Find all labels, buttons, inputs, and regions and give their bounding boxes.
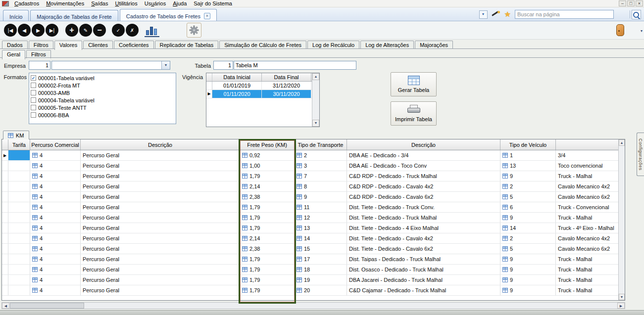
previous-record-button[interactable]: ◀ — [18, 24, 31, 37]
cell-tipo-de-veiculo[interactable]: 9 — [500, 285, 556, 295]
cell-frete-peso-km[interactable]: 1,79 — [240, 275, 295, 285]
formato-item[interactable]: 000006-BBA — [31, 111, 174, 119]
checkbox[interactable]: ✓ — [31, 75, 36, 81]
table-row[interactable]: 4 Percurso Geral 2,38 15 Dist. Tiete - D… — [2, 244, 625, 254]
cell-descricao[interactable]: Percurso Geral — [81, 213, 240, 223]
cell-tipo-de-transporte[interactable]: 3 — [295, 161, 347, 171]
cell-percurso-comercial[interactable]: 4 — [30, 192, 81, 202]
edit-record-button[interactable]: ✎ — [79, 24, 92, 37]
cell-data-final[interactable]: 31/12/2020 — [262, 82, 311, 90]
close-button[interactable]: × — [636, 0, 643, 6]
cell-descricao-transporte[interactable]: Dist. Tiete - Dedicado - Cavalo 4x2 — [347, 233, 500, 243]
tab-cadastro-de-tabelas-de-fretes[interactable]: Cadastro de Tabelas de Fretes × — [120, 9, 217, 21]
formato-item[interactable]: 000002-Frota MT — [31, 82, 174, 89]
cell-frete-peso-km[interactable]: 2,14 — [240, 181, 295, 191]
tab-clientes[interactable]: Clientes — [83, 41, 113, 49]
cell-descricao[interactable]: Percurso Geral — [81, 285, 240, 295]
star-icon[interactable]: ★ — [504, 10, 511, 18]
tab-coeficientes[interactable]: Coeficientes — [114, 41, 154, 49]
cell-descricao-transporte[interactable]: Dist. Tiete - Dedicado - 4 Eixo Malhal — [347, 223, 500, 233]
cell-percurso-comercial[interactable]: 4 — [30, 275, 81, 285]
cell-frete-peso-km[interactable]: 1,79 — [240, 223, 295, 233]
column-header-data-final[interactable]: Data Final — [262, 73, 311, 81]
delete-record-button[interactable]: − — [93, 24, 106, 37]
scroll-up-icon[interactable]: ▲ — [312, 73, 319, 80]
scroll-left-icon[interactable]: ◀ — [2, 303, 9, 309]
cell-percurso-comercial[interactable]: 4 — [30, 150, 81, 160]
cell-descricao-transporte[interactable]: DBA Jacarei - Dedicado - Truck Malhal — [347, 275, 500, 285]
cell-veiculo-descricao[interactable]: Truck - Malhal — [556, 285, 625, 295]
cell-veiculo-descricao[interactable]: Truck - Malhal — [556, 275, 625, 285]
tab-valores[interactable]: Valores — [54, 41, 82, 50]
cell-data-final[interactable]: 30/11/2020 — [262, 90, 311, 98]
cell-tipo-de-transporte[interactable]: 18 — [295, 265, 347, 274]
formato-item[interactable]: 000004-Tabela variável — [31, 96, 174, 104]
cell-tipo-de-transporte[interactable]: 13 — [295, 223, 347, 233]
cell-frete-peso-km[interactable]: 1,79 — [240, 213, 295, 223]
cell-veiculo-descricao[interactable]: Cavalo Mecanico 4x2 — [556, 233, 625, 243]
table-row[interactable]: 4 Percurso Geral 1,79 12 Dist. Tiete - D… — [2, 213, 625, 223]
cell-veiculo-descricao[interactable]: Truck - Malhal — [556, 171, 625, 181]
cell-descricao[interactable]: Percurso Geral — [81, 161, 240, 171]
cell-tipo-de-veiculo[interactable]: 5 — [500, 192, 556, 202]
cell-tipo-de-veiculo[interactable]: 13 — [500, 161, 556, 171]
cell-tarifa[interactable] — [8, 285, 30, 295]
tab-inicio[interactable]: Início — [3, 10, 29, 21]
cell-frete-peso-km[interactable]: 2,14 — [240, 233, 295, 243]
restore-button[interactable]: □ — [627, 0, 635, 6]
grid-horizontal-scrollbar[interactable]: ◀ ▶ — [1, 302, 625, 309]
column-header-tipo-de-transporte[interactable]: Tipo de Transporte — [295, 139, 347, 150]
cell-percurso-comercial[interactable]: 4 — [30, 181, 81, 191]
formato-item[interactable]: ✓ 000001-Tabela variável — [31, 74, 174, 82]
cell-tipo-de-veiculo[interactable]: 9 — [500, 265, 556, 274]
cell-tipo-de-transporte[interactable]: 2 — [295, 150, 347, 160]
cell-descricao-transporte[interactable]: Dist. Tiete - Dedicado - Truck Malhal — [347, 213, 500, 223]
toolbar-chevron-down-icon[interactable]: ▾ — [641, 29, 643, 33]
checkbox[interactable] — [31, 83, 36, 88]
cell-veiculo-descricao[interactable]: Cavalo Mecanico 6x2 — [556, 192, 625, 202]
imprimir-tabela-button[interactable]: Imprimir Tabela — [391, 101, 437, 126]
cell-percurso-comercial[interactable]: 4 — [30, 265, 81, 274]
tools-icon[interactable] — [492, 10, 500, 18]
tab-km[interactable]: KM — [3, 131, 29, 139]
empresa-field[interactable] — [29, 61, 50, 70]
empresa-combo[interactable]: ▼ — [51, 61, 170, 70]
table-row[interactable]: ▶ 4 Percurso Geral 0,92 2 DBA AE - Dedic… — [2, 150, 625, 161]
cell-descricao-transporte[interactable]: C&D RDP - Dedicado - Cavalo 6x2 — [347, 192, 500, 202]
cell-tarifa[interactable] — [8, 275, 30, 285]
scroll-right-icon[interactable]: ▶ — [617, 303, 625, 309]
tabela-nome-field[interactable] — [234, 61, 356, 70]
cell-tipo-de-transporte[interactable]: 11 — [295, 202, 347, 212]
table-row[interactable]: 4 Percurso Geral 1,79 7 C&D RDP - Dedica… — [2, 171, 625, 181]
cell-tipo-de-transporte[interactable]: 14 — [295, 233, 347, 243]
scroll-up-icon[interactable]: ▲ — [619, 139, 625, 146]
column-header-veiculo-descricao[interactable] — [556, 139, 625, 150]
cancel-button[interactable]: ✗ — [126, 24, 139, 37]
cell-veiculo-descricao[interactable]: Truck - Convencional — [556, 202, 625, 212]
cell-veiculo-descricao[interactable]: Truck - 4º Eixo - Malhal — [556, 223, 625, 233]
cell-tarifa[interactable] — [8, 161, 30, 171]
column-header-frete-peso-km[interactable]: Frete Peso (KM) — [240, 139, 295, 150]
column-header-tipo-de-veiculo[interactable]: Tipo de Veículo — [500, 139, 556, 150]
tab-log-de-recalculo[interactable]: Log de Recálculo — [307, 41, 359, 49]
vigencia-row[interactable]: 01/01/2019 31/12/2020 — [206, 82, 319, 90]
cell-tarifa[interactable] — [8, 192, 30, 202]
cell-tarifa[interactable] — [8, 171, 30, 181]
cell-tarifa[interactable] — [8, 213, 30, 223]
cell-tipo-de-veiculo[interactable]: 9 — [500, 171, 556, 181]
cell-percurso-comercial[interactable]: 4 — [30, 244, 81, 254]
tab-close-icon[interactable]: × — [204, 13, 210, 19]
cell-descricao[interactable]: Percurso Geral — [81, 275, 240, 285]
cell-data-inicial[interactable]: 01/01/2019 — [212, 82, 262, 90]
cell-frete-peso-km[interactable]: 2,38 — [240, 244, 295, 254]
cell-descricao[interactable]: Percurso Geral — [81, 171, 240, 181]
cell-descricao[interactable]: Percurso Geral — [81, 233, 240, 243]
menu-item-saidas[interactable]: Saídas — [88, 0, 111, 7]
find-dropdown-button[interactable]: ▾ — [479, 10, 488, 19]
cell-veiculo-descricao[interactable]: Truck - Malhal — [556, 254, 625, 264]
tab-replicador-de-tabelas[interactable]: Replicador de Tabelas — [155, 41, 219, 49]
checkbox[interactable] — [31, 90, 36, 95]
column-header-percurso-comercial[interactable]: Percurso Comercial — [30, 139, 81, 150]
vigencia-grid[interactable]: Data Inicial Data Final 01/01/2019 31/12… — [206, 73, 320, 127]
cell-tarifa[interactable] — [8, 265, 30, 274]
